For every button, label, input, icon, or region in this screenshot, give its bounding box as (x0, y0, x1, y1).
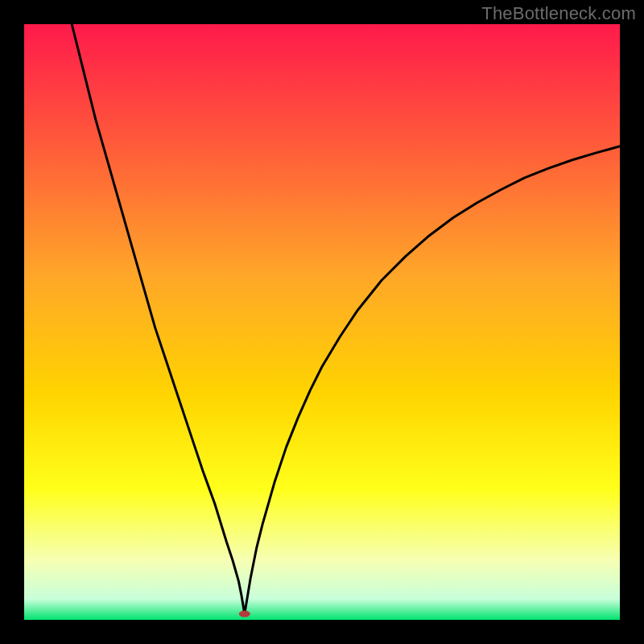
gradient-background (24, 24, 620, 620)
optimal-marker (239, 611, 250, 617)
chart-svg (24, 24, 620, 620)
watermark-text: TheBottleneck.com (481, 3, 636, 24)
chart-frame: TheBottleneck.com (0, 0, 644, 644)
plot-area (24, 24, 620, 620)
